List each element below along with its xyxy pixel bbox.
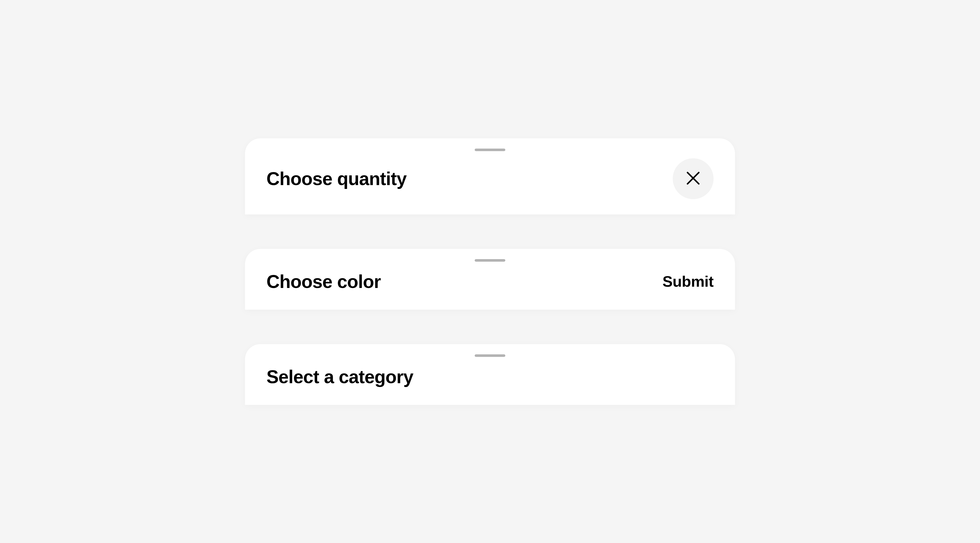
sheet-title: Select a category (266, 366, 413, 387)
submit-button[interactable]: Submit (662, 273, 714, 290)
drag-handle-wrap (266, 354, 714, 357)
drag-handle-wrap (266, 148, 714, 151)
bottom-sheet-color: Choose color Submit (245, 249, 735, 310)
drag-handle[interactable] (475, 259, 505, 262)
close-button[interactable] (673, 158, 714, 199)
bottom-sheet-category: Select a category (245, 344, 735, 405)
sheet-title: Choose quantity (266, 168, 407, 189)
close-icon (686, 170, 701, 187)
bottom-sheet-quantity: Choose quantity (245, 139, 735, 215)
drag-handle-wrap (266, 259, 714, 262)
sheet-title: Choose color (266, 271, 381, 292)
drag-handle[interactable] (475, 148, 505, 151)
drag-handle[interactable] (475, 354, 505, 357)
